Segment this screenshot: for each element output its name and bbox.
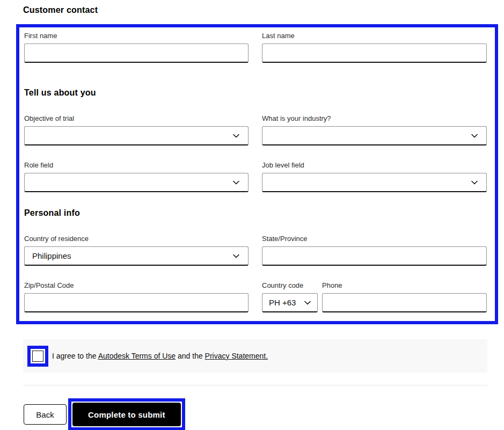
- industry-select[interactable]: [262, 126, 487, 145]
- country-code-select[interactable]: PH +63: [262, 293, 318, 312]
- chevron-down-icon: [231, 131, 241, 141]
- divider: [23, 385, 487, 385]
- country-code-field-group: Country code PH +63: [262, 281, 318, 312]
- terms-checkbox[interactable]: [32, 351, 43, 362]
- country-select-value: Philippines: [32, 251, 71, 260]
- chevron-down-icon: [231, 251, 241, 261]
- country-code-select-value: PH +63: [269, 298, 296, 307]
- zip-input[interactable]: [24, 293, 249, 312]
- personal-info-heading: Personal info: [24, 208, 487, 218]
- country-select[interactable]: Philippines: [24, 246, 249, 266]
- annotation-form-highlight: First name Last name Tell us about you O…: [16, 24, 498, 324]
- state-label: State/Province: [262, 235, 487, 243]
- job-level-select[interactable]: [262, 173, 487, 192]
- first-name-input[interactable]: [24, 43, 249, 63]
- country-state-row: Country of residence Philippines State/P…: [24, 235, 487, 266]
- last-name-field-group: Last name: [262, 32, 487, 63]
- state-field-group: State/Province: [262, 235, 487, 266]
- actions-row: Back Complete to submit: [24, 398, 504, 430]
- industry-label: What is your industry?: [262, 114, 487, 122]
- objective-select[interactable]: [24, 126, 249, 145]
- last-name-input[interactable]: [262, 43, 487, 63]
- tell-us-heading: Tell us about you: [24, 88, 487, 98]
- chevron-down-icon: [231, 178, 241, 187]
- agreement-text-before: I agree to the: [52, 352, 98, 360]
- state-input[interactable]: [262, 246, 487, 266]
- zip-phone-row: Zip/Postal Code Country code PH +63 Phon…: [24, 281, 487, 312]
- chevron-down-icon: [470, 178, 479, 187]
- chevron-down-icon: [303, 298, 312, 308]
- country-label: Country of residence: [24, 235, 249, 243]
- country-code-label: Country code: [262, 281, 318, 289]
- objective-field-group: Objective of trial: [24, 114, 249, 145]
- role-select[interactable]: [24, 173, 249, 192]
- terms-of-use-link[interactable]: Autodesk Terms of Use: [98, 352, 176, 360]
- annotation-checkbox-highlight: [27, 346, 48, 367]
- last-name-label: Last name: [262, 32, 487, 40]
- country-field-group: Country of residence Philippines: [24, 235, 249, 266]
- role-field-group: Role field: [24, 161, 249, 192]
- agreement-text-middle: and the: [176, 352, 205, 360]
- name-row: First name Last name: [24, 32, 487, 63]
- role-label: Role field: [24, 161, 249, 169]
- job-level-label: Job level field: [262, 161, 487, 169]
- phone-field-group: Phone: [322, 281, 487, 312]
- agreement-bar: I agree to the Autodesk Terms of Use and…: [23, 339, 487, 373]
- zip-field-group: Zip/Postal Code: [24, 281, 249, 312]
- first-name-field-group: First name: [24, 32, 249, 63]
- chevron-down-icon: [470, 131, 479, 141]
- objective-industry-row: Objective of trial What is your industry…: [24, 114, 487, 145]
- page-title: Customer contact: [23, 5, 504, 15]
- agreement-text: I agree to the Autodesk Terms of Use and…: [52, 352, 268, 360]
- back-button[interactable]: Back: [24, 404, 67, 425]
- industry-field-group: What is your industry?: [262, 114, 487, 145]
- complete-to-submit-button[interactable]: Complete to submit: [72, 403, 181, 426]
- zip-label: Zip/Postal Code: [24, 281, 249, 289]
- objective-label: Objective of trial: [24, 114, 249, 122]
- annotation-submit-highlight: Complete to submit: [68, 398, 185, 430]
- job-level-field-group: Job level field: [262, 161, 487, 192]
- phone-input[interactable]: [322, 293, 487, 312]
- country-code-phone-group: Country code PH +63 Phone: [262, 281, 487, 312]
- first-name-label: First name: [24, 32, 249, 40]
- privacy-statement-link[interactable]: Privacy Statement.: [205, 352, 268, 360]
- role-joblevel-row: Role field Job level field: [24, 161, 487, 192]
- phone-label: Phone: [322, 281, 487, 289]
